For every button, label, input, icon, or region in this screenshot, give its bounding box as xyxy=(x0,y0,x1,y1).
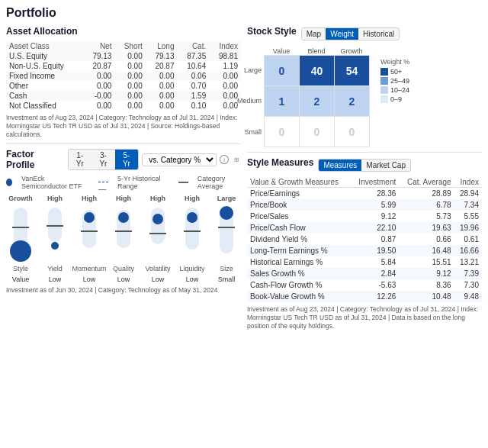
col-asset-class: Asset Class xyxy=(6,41,83,51)
legend-range-label: 5-Yr Historical Range xyxy=(117,175,169,190)
factor-profile-section: Factor Profile 1-Yr 3-Yr 5-Yr vs. Catego… xyxy=(6,149,241,295)
measure-row: Book-Value Growth %12.2610.489.48 xyxy=(247,291,482,302)
measure-row: Price/Earnings28.3628.8928.94 xyxy=(247,188,482,200)
stock-style-section: Stock Style Map Weight Historical Value … xyxy=(247,26,482,147)
stock-tab-weight[interactable]: Weight xyxy=(326,28,358,40)
legend-dot-label: VanEck Semiconductor ETF xyxy=(21,175,89,190)
asset-row: Cash-0.000.000.001.590.00 xyxy=(6,91,241,101)
asset-row: Non-U.S. Equity20.870.0020.8710.641.19 xyxy=(6,61,241,71)
style-cell-1-0: 1 xyxy=(265,86,300,117)
measures-tab-marketcap[interactable]: Market Cap xyxy=(361,160,410,171)
style-measures-title: Style Measures xyxy=(247,157,313,168)
measure-row: Price/Sales9.125.735.55 xyxy=(247,211,482,222)
factor-col-liquidity: HighLiquidityLow xyxy=(178,195,207,283)
factor-dropdown[interactable]: vs. Category % xyxy=(142,153,217,166)
asset-row: Fixed Income0.000.000.000.060.00 xyxy=(6,71,241,81)
factor-grid-icon[interactable]: ⊞ xyxy=(232,155,241,164)
style-cell-2-0: 0 xyxy=(265,117,300,147)
measure-row: Historical Earnings %5.8415.5113.21 xyxy=(247,256,482,268)
asset-row: U.S. Equity79.130.0079.1387.3598.81 xyxy=(6,51,241,61)
col-net: Net xyxy=(83,41,115,51)
style-grid-row: 122 xyxy=(265,86,370,117)
measures-col-index: Index xyxy=(454,177,482,188)
factor-col-momentum: HighMomentumLow xyxy=(75,195,104,283)
factor-tab-group: 1-Yr 3-Yr 5-Yr xyxy=(68,149,140,170)
weight-legend-title: Weight % xyxy=(380,58,409,66)
factor-charts: GrowthStyleValueHighYieldLowHighMomentum… xyxy=(6,195,241,283)
factor-tab-5yr[interactable]: 5-Yr xyxy=(115,150,139,169)
stock-style-title: Stock Style xyxy=(247,26,297,37)
factor-col-yield: HighYieldLow xyxy=(40,195,69,283)
measure-row: Long-Term Earnings %19.5016.4816.66 xyxy=(247,245,482,256)
style-grid-row: 04054 xyxy=(265,56,370,86)
factor-col-volatility: HighVolatilityLow xyxy=(143,195,172,283)
col-label-growth: Growth xyxy=(334,47,369,55)
weight-legend-item: 10–24 xyxy=(380,86,409,94)
style-cell-2-1: 0 xyxy=(300,117,335,147)
col-index: Index xyxy=(209,41,241,51)
weight-legend-item: 50+ xyxy=(380,68,409,76)
measure-row: Price/Cash Flow22.1019.6319.96 xyxy=(247,222,482,234)
asset-allocation-title: Asset Allocation xyxy=(6,26,241,37)
measure-row: Cash-Flow Growth %-5.638.367.30 xyxy=(247,279,482,291)
factor-col-style: GrowthStyleValue xyxy=(6,195,35,283)
factor-tab-1yr[interactable]: 1-Yr xyxy=(69,150,92,169)
row-label-medium: Medium xyxy=(247,85,264,116)
measures-footnote: Investment as of Aug 23, 2024 | Category… xyxy=(247,305,482,330)
factor-profile-title: Factor Profile xyxy=(6,149,65,170)
stock-tab-map[interactable]: Map xyxy=(302,28,326,40)
factor-legend: VanEck Semiconductor ETF ⎯⎯ 5-Yr Histori… xyxy=(6,175,241,190)
factor-info-icon[interactable]: i xyxy=(220,155,229,164)
factor-col-size: LargeSizeSmall xyxy=(212,195,241,283)
page-title: Portfolio xyxy=(6,6,482,20)
asset-footnote: Investment as of Aug 23, 2024 | Category… xyxy=(6,114,241,139)
weight-legend-item: 0–9 xyxy=(380,95,409,103)
col-label-blend: Blend xyxy=(299,47,334,55)
legend-cat-line xyxy=(178,182,188,183)
measures-col-cat: Cat. Average xyxy=(399,177,454,188)
weight-color-box xyxy=(380,86,388,94)
style-cell-2-2: 0 xyxy=(335,117,370,147)
col-short: Short xyxy=(114,41,145,51)
weight-color-box xyxy=(380,77,388,85)
measure-row: Dividend Yield %0.870.660.61 xyxy=(247,234,482,245)
style-cell-1-2: 2 xyxy=(335,86,370,117)
style-cell-0-2: 54 xyxy=(335,56,370,86)
col-long: Long xyxy=(146,41,178,51)
asset-allocation-section: Asset Allocation Asset Class Net Short L… xyxy=(6,26,241,139)
factor-col-quality: HighQualityLow xyxy=(109,195,138,283)
factor-tab-3yr[interactable]: 3-Yr xyxy=(92,150,115,169)
style-measures-section: Style Measures Measures Market Cap Value… xyxy=(247,157,482,330)
col-cat: Cat. xyxy=(177,41,209,51)
weight-legend-item: 25–49 xyxy=(380,77,409,85)
col-label-value: Value xyxy=(264,47,299,55)
weight-color-box xyxy=(380,95,388,103)
measures-tab-group: Measures Market Cap xyxy=(318,159,411,172)
style-grid-row: 000 xyxy=(265,117,370,147)
measure-row: Sales Growth %2.849.127.39 xyxy=(247,268,482,279)
style-cell-1-1: 2 xyxy=(300,86,335,117)
row-label-large: Large xyxy=(247,55,264,85)
asset-allocation-table: Asset Class Net Short Long Cat. Index U.… xyxy=(6,41,241,111)
asset-row: Not Classified0.000.000.000.100.00 xyxy=(6,101,241,111)
asset-row: Other0.000.000.000.700.00 xyxy=(6,81,241,91)
measure-row: Price/Book5.996.787.34 xyxy=(247,199,482,211)
style-cell-0-1: 40 xyxy=(300,56,335,86)
factor-footnote: Investment as of Jun 30, 2024 | Category… xyxy=(6,286,241,295)
legend-range-line: ⎯⎯ xyxy=(98,182,108,184)
weight-color-box xyxy=(380,68,388,76)
legend-cat-label: Category Average xyxy=(197,175,241,190)
measures-tab-measures[interactable]: Measures xyxy=(319,160,361,171)
row-label-small: Small xyxy=(247,117,264,147)
style-cell-0-0: 0 xyxy=(265,56,300,86)
measures-table: Value & Growth Measures Investment Cat. … xyxy=(247,177,482,302)
measures-col-name: Value & Growth Measures xyxy=(247,177,352,188)
measures-col-investment: Investment xyxy=(352,177,400,188)
stock-style-tab-group: Map Weight Historical xyxy=(301,27,400,40)
stock-tab-historical[interactable]: Historical xyxy=(358,28,399,40)
legend-dot xyxy=(6,179,12,186)
style-grid-table: 04054122000 xyxy=(264,55,370,147)
